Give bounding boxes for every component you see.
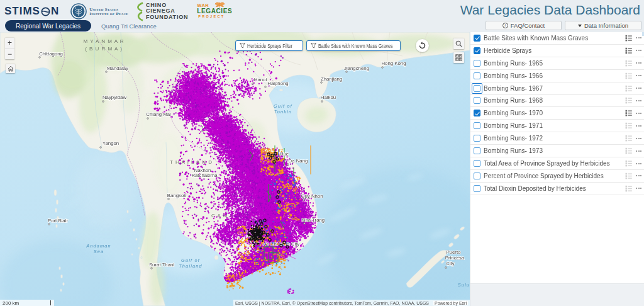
stimson-globe-icon — [41, 7, 50, 16]
stimson-logo: STIMS N — [4, 5, 59, 18]
legend-icon[interactable] — [625, 60, 632, 67]
layer-options-menu[interactable] — [636, 100, 641, 101]
layer-options-menu[interactable] — [636, 113, 641, 114]
layer-label: Bombing Runs- 1966 — [484, 72, 543, 79]
layer-options-menu[interactable] — [636, 75, 641, 76]
legend-icon[interactable] — [625, 122, 632, 129]
layer-row: Bombing Runs- 1967 — [470, 82, 644, 95]
layer-label: Bombing Runs- 1972 — [484, 135, 543, 142]
legend-icon[interactable] — [625, 35, 632, 42]
layer-row: Herbicide Sprays — [470, 45, 644, 57]
layer-checkbox-checked[interactable] — [474, 47, 480, 54]
layer-checkbox-unchecked[interactable] — [474, 72, 480, 79]
herbicide-sprays-filter-button[interactable]: Herbicide Sprays Filter — [235, 40, 303, 51]
city-label: Surat Thani — [149, 262, 174, 268]
faq-contact-button[interactable]: i FAQ/Contact — [486, 21, 562, 30]
layer-row: Battle Sites with Known Mass Graves — [470, 32, 644, 45]
legend-icon[interactable] — [625, 160, 632, 167]
map-attribution: Esri, USGS | NOSTRA, Esri, © OpenStreetM… — [233, 300, 470, 306]
map-container[interactable]: C A M B O D I AVientianeHo Chi Minh City… — [0, 32, 470, 306]
layer-checkbox-unchecked[interactable] — [474, 85, 480, 92]
layer-label: Bombing Runs- 1968 — [484, 97, 543, 104]
legend-icon[interactable] — [625, 47, 632, 54]
attribution-text: Esri, USGS | NOSTRA, Esri, © OpenStreetM… — [235, 301, 429, 305]
layer-checkbox-unchecked[interactable] — [474, 60, 480, 67]
layer-options-menu[interactable] — [636, 125, 641, 127]
stimson-logo-text: STIMS — [4, 5, 40, 18]
app-header: STIMS N United States Institute of Peace — [0, 0, 644, 32]
city-label: Chittagong — [39, 51, 63, 57]
layer-row: Bombing Runs- 1965 — [470, 57, 644, 70]
city-label: Ratchasima — [191, 173, 218, 178]
city-label: Jiangcheng — [344, 65, 369, 71]
layer-row: Total Dioxin Deposited by Herbicides — [470, 183, 644, 195]
city-label: Chiang Mai — [146, 111, 171, 117]
search-button[interactable] — [453, 38, 464, 49]
country-label: T H A I L A N D — [170, 159, 213, 165]
basemap-gallery-button[interactable] — [453, 52, 464, 63]
layer-checkbox-unchecked[interactable] — [474, 185, 480, 192]
tab-bar: Regional War Legacies Quang Tri Clearanc… — [0, 20, 157, 32]
chino-cienega-logo: CHINO CIENEGA FOUNDATION — [135, 2, 188, 21]
city-label: Yangon — [103, 140, 119, 146]
layer-checkbox-unchecked[interactable] — [474, 173, 480, 179]
layer-row: Total Area of Province Sprayed by Herbic… — [470, 157, 644, 170]
layer-checkbox-unchecked[interactable] — [474, 97, 480, 104]
zoom-in-button[interactable]: + — [5, 38, 14, 49]
legend-icon[interactable] — [625, 85, 632, 92]
layer-options-menu[interactable] — [636, 37, 641, 38]
layer-checkbox-unchecked[interactable] — [474, 135, 480, 142]
usip-seal-icon — [70, 3, 87, 20]
layer-checkbox-unchecked[interactable] — [474, 160, 480, 167]
layer-options-menu[interactable] — [636, 150, 641, 152]
legend-icon[interactable] — [625, 135, 632, 142]
legend-icon[interactable] — [625, 110, 632, 116]
city-label: Haiphong — [267, 81, 288, 86]
layer-label: Percent of Province Sprayed by Herbicide… — [484, 173, 604, 179]
layer-options-menu[interactable] — [636, 88, 641, 89]
layer-options-menu[interactable] — [636, 62, 641, 64]
city-label: Haikou — [321, 94, 336, 100]
layer-options-menu[interactable] — [636, 188, 641, 189]
data-information-button[interactable]: Data Information — [565, 21, 641, 30]
city-label: Zhanjiang — [321, 76, 342, 82]
legend-icon[interactable] — [625, 147, 632, 154]
legend-icon[interactable] — [625, 173, 632, 179]
layer-label: Bombing Runs- 1970 — [484, 110, 543, 116]
layer-checkbox-unchecked[interactable] — [474, 122, 480, 129]
chino-cienega-icon — [135, 2, 144, 21]
tab-regional-war-legacies[interactable]: Regional War Legacies — [5, 20, 91, 31]
layer-options-menu[interactable] — [636, 138, 641, 139]
layer-checkbox-checked[interactable] — [474, 35, 480, 42]
water-label: Tonkin — [274, 109, 292, 115]
water-label: Sulu S — [458, 282, 470, 288]
city-label: Hue — [280, 151, 289, 157]
zoom-out-button[interactable]: − — [5, 49, 14, 60]
city-label: Da Nang — [289, 158, 308, 164]
layer-row: Bombing Runs- 1972 — [470, 132, 644, 145]
wlp-project-text: PROJECT — [198, 14, 225, 18]
water-label: Thailand — [179, 263, 203, 269]
country-label: ( B U R M A ) — [85, 46, 123, 52]
legend-icon[interactable] — [625, 72, 632, 79]
home-button[interactable] — [6, 64, 15, 73]
layer-checkbox-unchecked[interactable] — [474, 147, 480, 154]
logo-bar: STIMS N United States Institute of Peace — [4, 2, 233, 21]
tab-quang-tri-clearance[interactable]: Quang Tri Clearance — [101, 23, 157, 30]
layer-options-menu[interactable] — [636, 163, 641, 164]
layer-label: Bombing Runs- 1973 — [484, 147, 543, 154]
legend-icon[interactable] — [625, 97, 632, 104]
battle-sites-filter-button[interactable]: Battle Sites with Known Mass Graves — [306, 40, 401, 51]
layer-options-menu[interactable] — [636, 175, 641, 176]
usip-logo-text: United States Institute of Peace — [89, 7, 128, 16]
legend-icon[interactable] — [625, 185, 632, 192]
stimson-logo-text2: N — [51, 5, 59, 18]
layer-row: Bombing Runs- 1966 — [470, 70, 644, 82]
layer-row: Bombing Runs- 1971 — [470, 120, 644, 132]
layer-checkbox-checked[interactable] — [474, 110, 480, 116]
scale-bar: 200 km — [0, 300, 54, 306]
compass-reset-button[interactable] — [416, 39, 429, 52]
faq-contact-label: FAQ/Contact — [511, 22, 545, 29]
layer-options-menu[interactable] — [636, 50, 641, 51]
layer-row: Percent of Province Sprayed by Herbicide… — [470, 170, 644, 183]
